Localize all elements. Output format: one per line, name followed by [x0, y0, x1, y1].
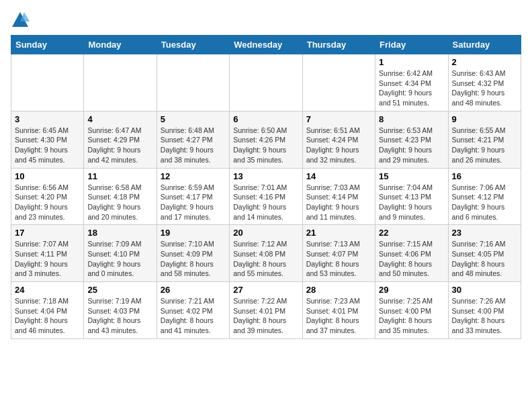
day-info: Sunrise: 6:47 AM Sunset: 4:29 PM Dayligh… — [87, 126, 152, 165]
weekday-header-saturday: Saturday — [448, 36, 521, 54]
day-number: 14 — [306, 171, 371, 181]
day-info: Sunrise: 6:56 AM Sunset: 4:20 PM Dayligh… — [15, 183, 80, 222]
day-number: 21 — [306, 228, 371, 238]
day-number: 6 — [233, 114, 298, 124]
day-info: Sunrise: 7:12 AM Sunset: 4:08 PM Dayligh… — [233, 239, 298, 279]
calendar-cell: 10Sunrise: 6:56 AM Sunset: 4:20 PM Dayli… — [11, 168, 84, 225]
calendar-cell: 6Sunrise: 6:50 AM Sunset: 4:26 PM Daylig… — [230, 111, 302, 168]
day-info: Sunrise: 6:58 AM Sunset: 4:18 PM Dayligh… — [87, 183, 152, 222]
day-info: Sunrise: 7:06 AM Sunset: 4:12 PM Dayligh… — [452, 183, 517, 222]
day-info: Sunrise: 6:53 AM Sunset: 4:23 PM Dayligh… — [379, 126, 444, 165]
day-info: Sunrise: 7:19 AM Sunset: 4:03 PM Dayligh… — [87, 296, 152, 336]
calendar-cell — [230, 54, 302, 111]
logo-icon — [11, 11, 30, 30]
calendar-cell: 16Sunrise: 7:06 AM Sunset: 4:12 PM Dayli… — [448, 168, 521, 225]
day-number: 2 — [452, 57, 517, 67]
day-number: 17 — [15, 228, 80, 238]
calendar-cell: 3Sunrise: 6:45 AM Sunset: 4:30 PM Daylig… — [11, 111, 84, 168]
calendar-cell: 30Sunrise: 7:26 AM Sunset: 4:00 PM Dayli… — [448, 282, 521, 339]
day-number: 25 — [87, 285, 152, 295]
weekday-header-sunday: Sunday — [11, 36, 84, 54]
calendar-table: SundayMondayTuesdayWednesdayThursdayFrid… — [11, 35, 521, 339]
day-number: 18 — [87, 228, 152, 238]
calendar-cell: 25Sunrise: 7:19 AM Sunset: 4:03 PM Dayli… — [84, 282, 157, 339]
weekday-header-wednesday: Wednesday — [230, 36, 302, 54]
day-number: 19 — [161, 228, 226, 238]
calendar-cell: 13Sunrise: 7:01 AM Sunset: 4:16 PM Dayli… — [230, 168, 302, 225]
day-number: 10 — [15, 171, 80, 181]
day-number: 1 — [379, 57, 444, 67]
day-info: Sunrise: 6:45 AM Sunset: 4:30 PM Dayligh… — [15, 126, 80, 165]
day-info: Sunrise: 7:07 AM Sunset: 4:11 PM Dayligh… — [15, 239, 80, 279]
calendar-cell: 2Sunrise: 6:43 AM Sunset: 4:32 PM Daylig… — [448, 54, 521, 111]
calendar-cell: 20Sunrise: 7:12 AM Sunset: 4:08 PM Dayli… — [230, 225, 302, 282]
day-info: Sunrise: 6:48 AM Sunset: 4:27 PM Dayligh… — [161, 126, 226, 165]
day-info: Sunrise: 7:23 AM Sunset: 4:01 PM Dayligh… — [306, 296, 371, 336]
day-info: Sunrise: 6:51 AM Sunset: 4:24 PM Dayligh… — [306, 126, 371, 165]
day-number: 22 — [379, 228, 444, 238]
day-info: Sunrise: 7:10 AM Sunset: 4:09 PM Dayligh… — [161, 239, 226, 279]
day-number: 5 — [161, 114, 226, 124]
calendar-cell: 19Sunrise: 7:10 AM Sunset: 4:09 PM Dayli… — [157, 225, 229, 282]
calendar-cell: 9Sunrise: 6:55 AM Sunset: 4:21 PM Daylig… — [448, 111, 521, 168]
calendar-cell: 8Sunrise: 6:53 AM Sunset: 4:23 PM Daylig… — [375, 111, 448, 168]
calendar-cell: 24Sunrise: 7:18 AM Sunset: 4:04 PM Dayli… — [11, 282, 84, 339]
logo — [11, 11, 32, 30]
calendar-cell: 11Sunrise: 6:58 AM Sunset: 4:18 PM Dayli… — [84, 168, 157, 225]
day-info: Sunrise: 7:03 AM Sunset: 4:14 PM Dayligh… — [306, 183, 371, 222]
day-number: 24 — [15, 285, 80, 295]
day-info: Sunrise: 6:55 AM Sunset: 4:21 PM Dayligh… — [452, 126, 517, 165]
day-info: Sunrise: 7:04 AM Sunset: 4:13 PM Dayligh… — [379, 183, 444, 222]
day-info: Sunrise: 7:09 AM Sunset: 4:10 PM Dayligh… — [87, 239, 152, 279]
day-info: Sunrise: 7:26 AM Sunset: 4:00 PM Dayligh… — [452, 296, 517, 336]
day-number: 30 — [452, 285, 517, 295]
day-number: 12 — [161, 171, 226, 181]
calendar-cell: 7Sunrise: 6:51 AM Sunset: 4:24 PM Daylig… — [302, 111, 375, 168]
day-info: Sunrise: 7:16 AM Sunset: 4:05 PM Dayligh… — [452, 239, 517, 279]
day-number: 9 — [452, 114, 517, 124]
calendar-cell: 21Sunrise: 7:13 AM Sunset: 4:07 PM Dayli… — [302, 225, 375, 282]
calendar-week-5: 24Sunrise: 7:18 AM Sunset: 4:04 PM Dayli… — [11, 282, 521, 339]
calendar-cell: 17Sunrise: 7:07 AM Sunset: 4:11 PM Dayli… — [11, 225, 84, 282]
calendar-week-2: 3Sunrise: 6:45 AM Sunset: 4:30 PM Daylig… — [11, 111, 521, 168]
day-info: Sunrise: 6:42 AM Sunset: 4:34 PM Dayligh… — [379, 68, 444, 108]
calendar-cell: 4Sunrise: 6:47 AM Sunset: 4:29 PM Daylig… — [84, 111, 157, 168]
day-number: 4 — [87, 114, 152, 124]
calendar-cell — [11, 54, 84, 111]
calendar-week-3: 10Sunrise: 6:56 AM Sunset: 4:20 PM Dayli… — [11, 168, 521, 225]
day-number: 28 — [306, 285, 371, 295]
day-info: Sunrise: 6:50 AM Sunset: 4:26 PM Dayligh… — [233, 126, 298, 165]
day-number: 15 — [379, 171, 444, 181]
day-info: Sunrise: 6:43 AM Sunset: 4:32 PM Dayligh… — [452, 68, 517, 108]
day-number: 23 — [452, 228, 517, 238]
calendar-week-4: 17Sunrise: 7:07 AM Sunset: 4:11 PM Dayli… — [11, 225, 521, 282]
calendar-cell — [157, 54, 229, 111]
day-info: Sunrise: 7:01 AM Sunset: 4:16 PM Dayligh… — [233, 183, 298, 222]
calendar-cell — [84, 54, 157, 111]
weekday-header-friday: Friday — [375, 36, 448, 54]
day-number: 20 — [233, 228, 298, 238]
day-number: 11 — [87, 171, 152, 181]
day-info: Sunrise: 7:13 AM Sunset: 4:07 PM Dayligh… — [306, 239, 371, 279]
calendar-cell: 23Sunrise: 7:16 AM Sunset: 4:05 PM Dayli… — [448, 225, 521, 282]
day-info: Sunrise: 7:25 AM Sunset: 4:00 PM Dayligh… — [379, 296, 444, 336]
day-number: 16 — [452, 171, 517, 181]
day-number: 26 — [161, 285, 226, 295]
day-number: 29 — [379, 285, 444, 295]
day-info: Sunrise: 7:18 AM Sunset: 4:04 PM Dayligh… — [15, 296, 80, 336]
day-info: Sunrise: 7:15 AM Sunset: 4:06 PM Dayligh… — [379, 239, 444, 279]
weekday-header-tuesday: Tuesday — [157, 36, 229, 54]
calendar-cell: 12Sunrise: 6:59 AM Sunset: 4:17 PM Dayli… — [157, 168, 229, 225]
calendar-cell: 28Sunrise: 7:23 AM Sunset: 4:01 PM Dayli… — [302, 282, 375, 339]
calendar-cell: 29Sunrise: 7:25 AM Sunset: 4:00 PM Dayli… — [375, 282, 448, 339]
day-number: 27 — [233, 285, 298, 295]
page-header — [11, 11, 521, 30]
calendar-cell: 5Sunrise: 6:48 AM Sunset: 4:27 PM Daylig… — [157, 111, 229, 168]
day-number: 8 — [379, 114, 444, 124]
day-number: 13 — [233, 171, 298, 181]
calendar-cell: 1Sunrise: 6:42 AM Sunset: 4:34 PM Daylig… — [375, 54, 448, 111]
calendar-body: 1Sunrise: 6:42 AM Sunset: 4:34 PM Daylig… — [11, 54, 521, 339]
calendar-cell: 22Sunrise: 7:15 AM Sunset: 4:06 PM Dayli… — [375, 225, 448, 282]
day-info: Sunrise: 6:59 AM Sunset: 4:17 PM Dayligh… — [161, 183, 226, 222]
day-number: 7 — [306, 114, 371, 124]
